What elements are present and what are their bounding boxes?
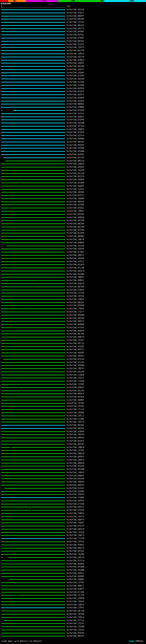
hit-label[interactable]: UniRef100_B61R93 xyxy=(67,88,84,90)
hsp-bar[interactable] xyxy=(1,617,65,618)
hit-label[interactable]: UniRef100_B9CET1 xyxy=(67,348,84,351)
hit-label[interactable]: UniRef100_A9R563 xyxy=(67,437,84,439)
hit-label[interactable]: UniRef100_A9P013 xyxy=(67,355,84,357)
hsp-bar[interactable] xyxy=(1,441,65,441)
hsp-bar[interactable] xyxy=(1,551,65,552)
hsp-bar[interactable] xyxy=(1,261,65,262)
hsp-bar[interactable] xyxy=(1,233,65,234)
hit-label[interactable]: UniRef100_B1HM17 xyxy=(67,588,84,590)
hsp-bar[interactable] xyxy=(1,466,65,466)
hit-label[interactable]: UniRef100_C2PPX7 xyxy=(67,607,84,609)
hsp-bar[interactable] xyxy=(1,516,65,517)
hit-label[interactable]: UniRef100_B4VS04 xyxy=(67,478,84,480)
hit-label[interactable]: UniRef100_Q2W947 xyxy=(67,116,84,118)
hsp-bar[interactable] xyxy=(1,403,65,404)
hit-label[interactable]: UniRef100_B3PWR8 xyxy=(67,138,84,140)
hit-label[interactable]: UniRef100_Q3SL99 xyxy=(67,371,84,373)
hit-label[interactable]: UniRef100_Q5GSR2 xyxy=(67,213,84,216)
hsp-bar[interactable] xyxy=(1,636,65,636)
hit-label[interactable]: UniRef100_Q92715 xyxy=(67,342,84,345)
hsp-bar[interactable] xyxy=(1,334,65,334)
hit-label[interactable]: UniRef100_C32CR1 xyxy=(67,622,84,625)
hsp-bar[interactable] xyxy=(1,192,65,192)
hsp-bar[interactable] xyxy=(1,101,65,102)
hsp-bar[interactable] xyxy=(1,264,65,265)
hit-label[interactable]: UniRef100_B9SUQ6 xyxy=(67,304,84,307)
hit-label[interactable]: UniRef100_Q1W7Z7 xyxy=(67,68,84,71)
hit-label[interactable]: UniRef100_Q8KZV1 xyxy=(67,302,84,304)
hit-label[interactable]: UniRef100_A9TW12 xyxy=(67,34,84,36)
hsp-bar[interactable] xyxy=(1,542,65,542)
hsp-bar[interactable] xyxy=(7,246,65,246)
hit-label[interactable]: UniRef100_B7HJP5 xyxy=(67,632,84,634)
hit-label[interactable]: UniRef100_Q13456 xyxy=(67,81,84,84)
hsp-bar[interactable] xyxy=(1,78,65,79)
hsp-bar[interactable] xyxy=(1,598,65,599)
hsp-bar[interactable] xyxy=(1,387,65,388)
hit-label[interactable]: UniRef100_W5X6Y5 xyxy=(67,90,84,93)
hsp-bar[interactable] xyxy=(1,268,65,268)
hsp-bar[interactable] xyxy=(1,22,65,22)
hsp-bar[interactable] xyxy=(1,330,65,331)
hsp-bar[interactable] xyxy=(1,164,65,164)
hit-label[interactable]: UniRef100_C9RYP3 xyxy=(67,368,84,370)
hsp-bar[interactable] xyxy=(1,482,65,482)
hit-label[interactable]: UniRef100_A0LTG0 xyxy=(67,610,84,612)
hsp-bar[interactable] xyxy=(1,595,17,596)
hsp-bar[interactable] xyxy=(1,258,65,259)
hit-label[interactable]: UniRef100_B9GVR2 xyxy=(67,18,84,20)
hsp-bar[interactable] xyxy=(1,145,65,146)
hit-label[interactable]: UniRef100_C6JIV1 xyxy=(67,113,84,115)
hit-label[interactable]: UniRef100_A1USL1 xyxy=(67,188,84,190)
hsp-bar[interactable] xyxy=(1,412,65,413)
hit-label[interactable]: UniRef100_Q119R3 xyxy=(67,75,84,77)
hsp-bar[interactable] xyxy=(1,340,65,340)
hsp-bar[interactable] xyxy=(1,126,65,126)
hsp-bar[interactable] xyxy=(1,41,65,42)
hit-label[interactable]: UniRef100_C6XLH9 xyxy=(67,169,84,172)
hit-label[interactable]: UniRef100_C5V8D4 xyxy=(67,497,84,499)
hsp-bar[interactable] xyxy=(1,312,65,312)
hit-label[interactable]: UniRef100_B1YJL0 xyxy=(67,560,84,562)
hsp-bar[interactable] xyxy=(1,513,65,514)
hsp-bar[interactable] xyxy=(1,204,65,205)
hsp-bar[interactable] xyxy=(1,560,65,561)
hsp-bar[interactable] xyxy=(1,494,65,495)
hsp-bar[interactable] xyxy=(1,324,65,325)
hsp-bar[interactable] xyxy=(1,394,65,394)
hsp-bar[interactable] xyxy=(1,76,65,76)
hsp-bar[interactable] xyxy=(1,375,65,375)
hsp-bar[interactable] xyxy=(1,321,65,322)
hsp-bar[interactable] xyxy=(1,447,10,448)
hsp-bar[interactable] xyxy=(1,573,65,574)
hsp-bar[interactable] xyxy=(1,472,65,473)
hsp-bar[interactable] xyxy=(1,425,65,426)
hsp-bar[interactable] xyxy=(1,220,65,221)
hit-label[interactable]: UniRef100_A1HB30 xyxy=(67,598,84,600)
hsp-bar[interactable] xyxy=(1,626,65,627)
hit-label[interactable]: UniRef100_B6BDQ0 xyxy=(67,324,84,326)
hit-label[interactable]: UniRef100_Q7VJ95 xyxy=(67,465,84,468)
hsp-bar[interactable] xyxy=(1,277,65,278)
hit-label[interactable]: UniRef100_C3WC50 xyxy=(67,238,84,241)
hit-label[interactable]: UniRef100_C3KQ44 xyxy=(67,600,84,603)
hit-label[interactable]: UniRef100_C7ICY7 xyxy=(67,311,84,313)
hsp-bar[interactable] xyxy=(1,85,65,86)
hsp-bar[interactable] xyxy=(1,182,20,183)
hsp-bar[interactable] xyxy=(1,98,65,98)
hsp-bar[interactable] xyxy=(1,151,65,152)
hit-label[interactable]: UniRef100_A9VNE9 xyxy=(67,179,84,181)
hsp-bar[interactable] xyxy=(20,182,65,183)
hit-label[interactable]: UniRef100_B6JET0 xyxy=(67,50,84,52)
hsp-bar[interactable] xyxy=(1,116,65,117)
hit-label[interactable]: UniRef100_A9D5F3 xyxy=(67,254,84,256)
hit-label[interactable]: UniRef100_Q211E5 xyxy=(67,157,84,159)
hit-label[interactable]: UniRef100_B9QYQ6 xyxy=(67,201,84,203)
hit-label[interactable]: UniRef100_B8G1W3 xyxy=(67,223,84,225)
hit-label[interactable]: UniRef100_C3MAX7 xyxy=(67,210,84,212)
hsp-bar[interactable] xyxy=(1,544,65,545)
hsp-bar[interactable] xyxy=(1,478,65,479)
hsp-bar[interactable] xyxy=(1,384,21,385)
hit-label[interactable]: UniRef100_C6Q9A6 xyxy=(67,412,84,414)
hit-label[interactable]: UniRef100_A7HBL6 xyxy=(67,289,84,291)
